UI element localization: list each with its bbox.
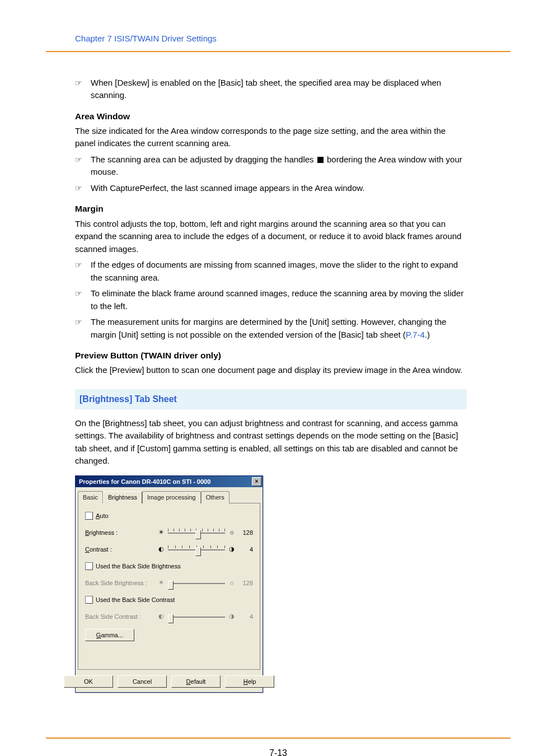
brightness-slider[interactable] (168, 529, 225, 536)
note-deskew: When [Deskew] is enabled on the [Basic] … (91, 77, 467, 102)
pointer-icon: ☞ (75, 77, 91, 102)
margin-note1: If the edges of documents are missing fr… (91, 259, 467, 284)
heading-margin: Margin (75, 202, 467, 215)
header-rule (46, 51, 510, 52)
subsection-brightness: [Brightness] Tab Sheet (75, 389, 467, 409)
brightness-body: On the [Brightness] tab sheet, you can a… (75, 417, 467, 468)
auto-label: AAutouto (96, 511, 109, 521)
margin-note3: The measurement units for margins are de… (91, 316, 467, 341)
back-contrast-label: Back Side Contrast : (85, 612, 158, 622)
area-window-note2: With CapturePerfect, the last scanned im… (91, 182, 467, 195)
ok-button[interactable]: OK (64, 675, 113, 688)
tab-basic[interactable]: Basic (78, 491, 103, 503)
margin-note2: To eliminate the black frame around scan… (91, 287, 467, 312)
sun-bright-icon: ☼ (228, 580, 235, 586)
back-contrast-slider (168, 613, 225, 620)
back-brightness-label: Back Side Brightness : (85, 578, 158, 588)
brightness-value: 128 (238, 528, 253, 538)
tab-panel: AAutouto Brightness : ☀ ☼ 128 (78, 503, 260, 670)
handle-icon (317, 157, 324, 163)
contrast-label: Contrast : (85, 545, 158, 554)
contrast-value: 4 (238, 545, 253, 554)
back-brightness-value: 128 (238, 578, 253, 588)
back-contrast-checkbox[interactable] (85, 596, 93, 604)
auto-checkbox[interactable] (85, 512, 93, 520)
tab-brightness[interactable]: Brightness (103, 491, 142, 503)
gamma-button[interactable]: Gamma... (85, 629, 134, 642)
dialog-titlebar: Properties for Canon DR-4010C on STI - 0… (76, 476, 263, 488)
contrast-low-icon: ◐ (158, 613, 165, 620)
margin-note3b: .) (425, 330, 430, 339)
pointer-icon: ☞ (75, 153, 91, 179)
sun-bright-icon: ☼ (228, 529, 235, 536)
chapter-header: Chapter 7 ISIS/TWAIN Driver Settings (75, 32, 494, 45)
default-button[interactable]: Default (171, 675, 221, 688)
tab-others[interactable]: Others (201, 491, 229, 503)
contrast-low-icon: ◐ (158, 546, 165, 553)
pointer-icon: ☞ (75, 259, 91, 284)
tab-image-processing[interactable]: Image processing (142, 491, 201, 503)
contrast-slider[interactable] (168, 545, 225, 553)
link-p7-4[interactable]: P.7-4 (406, 330, 425, 339)
sun-dim-icon: ☀ (158, 529, 165, 536)
close-icon[interactable]: × (252, 477, 261, 486)
area-window-note1: The scanning area can be adjusted by dra… (91, 153, 467, 179)
heading-preview: Preview Button (TWAIN driver only) (75, 349, 467, 362)
help-button[interactable]: Help (225, 675, 274, 688)
properties-dialog: Properties for Canon DR-4010C on STI - 0… (75, 475, 263, 693)
area-window-body: The size indicated for the Area window c… (75, 125, 467, 150)
pointer-icon: ☞ (75, 182, 91, 195)
back-brightness-checkbox[interactable] (85, 562, 93, 570)
pointer-icon: ☞ (75, 287, 91, 312)
area-window-note1a: The scanning area can be adjusted by dra… (91, 155, 316, 164)
preview-body: Click the [Preview] button to scan one d… (75, 364, 467, 377)
heading-area-window: Area Window (75, 110, 467, 123)
margin-note3a: The measurement units for margins are de… (91, 317, 446, 339)
brightness-label: Brightness : (85, 528, 158, 538)
contrast-high-icon: ◑ (228, 546, 235, 553)
page-number: 7-13 (46, 746, 510, 756)
back-brightness-check-label: Used the Back Side Brightness (96, 562, 181, 571)
cancel-button[interactable]: Cancel (118, 675, 167, 688)
sun-dim-icon: ☀ (158, 580, 165, 586)
margin-body: This control adjusts the top, bottom, le… (75, 218, 467, 256)
tabstrip: Basic Brightness Image processing Others (76, 487, 263, 503)
dialog-title: Properties for Canon DR-4010C on STI - 0… (79, 477, 210, 487)
back-contrast-value: 4 (238, 612, 253, 622)
back-brightness-slider (168, 579, 225, 587)
contrast-high-icon: ◑ (228, 613, 235, 620)
pointer-icon: ☞ (75, 316, 91, 341)
back-contrast-check-label: Used the Back Side Contrast (96, 595, 175, 605)
footer-rule (46, 738, 510, 739)
